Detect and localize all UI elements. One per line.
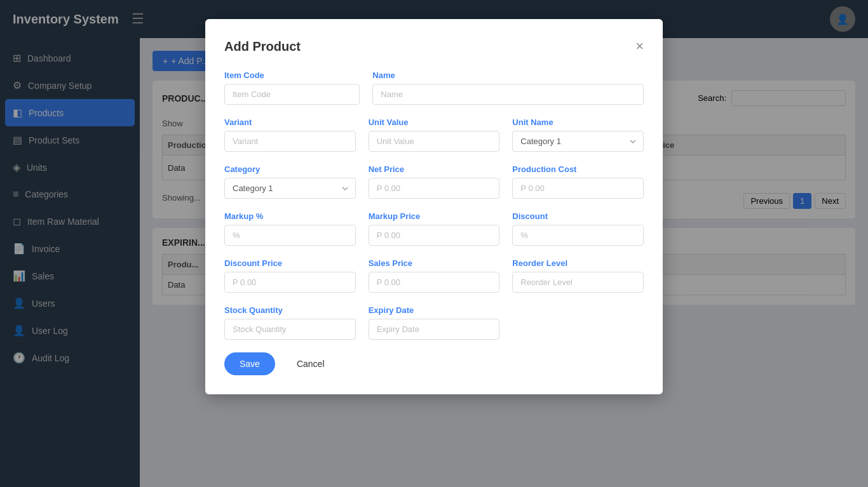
sales-price-input[interactable] [369, 272, 500, 293]
markup-percent-input[interactable] [224, 225, 356, 246]
item-code-input[interactable] [224, 84, 360, 105]
unit-value-group: Unit Value [369, 117, 500, 152]
stock-quantity-label: Stock Quantity [224, 305, 356, 315]
markup-price-group: Markup Price [369, 211, 500, 246]
modal-close-button[interactable]: × [635, 38, 644, 55]
net-price-group: Net Price [369, 164, 500, 199]
unit-name-select[interactable]: Category 1 [512, 131, 644, 152]
modal-overlay: Add Product × Item Code Name Variant Uni… [0, 0, 868, 487]
item-code-group: Item Code [224, 70, 360, 105]
variant-group: Variant [224, 117, 356, 152]
variant-input[interactable] [224, 131, 356, 152]
reorder-level-input[interactable] [512, 272, 644, 293]
unit-name-group: Unit Name Category 1 [512, 117, 644, 152]
sales-price-label: Sales Price [369, 258, 500, 268]
discount-group: Discount [512, 211, 644, 246]
discount-price-input[interactable] [224, 272, 356, 293]
discount-label: Discount [512, 211, 644, 221]
production-cost-input[interactable] [512, 178, 644, 199]
variant-label: Variant [224, 117, 356, 127]
discount-price-label: Discount Price [224, 258, 356, 268]
add-product-modal: Add Product × Item Code Name Variant Uni… [205, 19, 663, 394]
category-group: Category Category 1 [224, 164, 356, 199]
net-price-input[interactable] [369, 178, 500, 199]
category-label: Category [224, 164, 356, 174]
expiry-date-group: Expiry Date [369, 305, 500, 340]
item-code-label: Item Code [224, 70, 360, 80]
category-select[interactable]: Category 1 [224, 178, 356, 199]
modal-title: Add Product [224, 39, 301, 54]
reorder-level-label: Reorder Level [512, 258, 644, 268]
modal-footer: Save Cancel [224, 352, 644, 375]
markup-price-input[interactable] [369, 225, 500, 246]
name-label: Name [372, 70, 644, 80]
stock-quantity-group: Stock Quantity [224, 305, 356, 340]
discount-price-group: Discount Price [224, 258, 356, 293]
discount-input[interactable] [512, 225, 644, 246]
production-cost-label: Production Cost [512, 164, 644, 174]
unit-value-label: Unit Value [369, 117, 500, 127]
unit-name-label: Unit Name [512, 117, 644, 127]
sales-price-group: Sales Price [369, 258, 500, 293]
stock-quantity-input[interactable] [224, 319, 356, 340]
markup-price-label: Markup Price [369, 211, 500, 221]
name-group: Name [372, 70, 644, 105]
unit-value-input[interactable] [369, 131, 500, 152]
save-button[interactable]: Save [224, 352, 275, 375]
expiry-date-input[interactable] [369, 319, 500, 340]
production-cost-group: Production Cost [512, 164, 644, 199]
markup-percent-group: Markup % [224, 211, 356, 246]
reorder-level-group: Reorder Level [512, 258, 644, 293]
markup-percent-label: Markup % [224, 211, 356, 221]
net-price-label: Net Price [369, 164, 500, 174]
expiry-date-label: Expiry Date [369, 305, 500, 315]
name-input[interactable] [372, 84, 644, 105]
cancel-button[interactable]: Cancel [281, 352, 340, 375]
